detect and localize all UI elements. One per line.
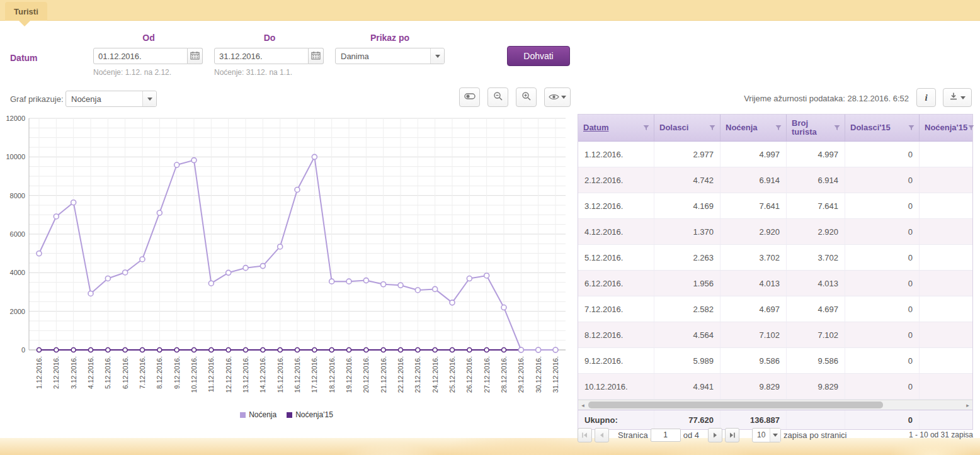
table-cell: 4.013 <box>786 271 845 296</box>
zoom-in-button[interactable] <box>516 87 537 107</box>
table-cell: 2.977 <box>654 142 720 167</box>
svg-text:9.12.2016.: 9.12.2016. <box>173 356 181 389</box>
table-cell: 1.12.2016. <box>578 142 654 167</box>
filter-icon[interactable] <box>775 124 782 132</box>
table-cell: 9.586 <box>720 348 786 373</box>
table-row[interactable]: 2.12.2016.4.7426.9146.9140 <box>578 167 972 193</box>
visibility-dropdown-button[interactable] <box>544 87 571 107</box>
table-cell <box>919 322 974 347</box>
od-hint: Noćenje: 1.12. na 2.12. <box>93 68 171 77</box>
date-from-input[interactable] <box>93 48 188 64</box>
svg-text:2.12.2016.: 2.12.2016. <box>52 356 60 389</box>
svg-text:4.12.2016.: 4.12.2016. <box>87 356 94 389</box>
table-row[interactable]: 6.12.2016.1.9564.0134.0130 <box>578 271 972 296</box>
table-cell: 3.12.2016. <box>578 193 654 218</box>
table-cell: 1.370 <box>654 219 720 244</box>
table-row[interactable]: 9.12.2016.5.9899.5869.5860 <box>578 348 972 374</box>
date-to-input[interactable] <box>214 48 309 64</box>
table-cell: 4.997 <box>786 142 845 167</box>
table-row[interactable]: 3.12.2016.4.1697.6417.6410 <box>578 193 972 219</box>
column-header-0[interactable]: Datum <box>578 115 654 141</box>
column-title: Dolasci <box>659 123 688 132</box>
legend-item-nocenja[interactable]: Noćenja <box>240 410 276 419</box>
table-cell: 1.956 <box>654 271 720 296</box>
table-row[interactable]: 10.12.2016.4.9419.8299.8290 <box>578 374 972 400</box>
table-cell: 0 <box>845 322 919 347</box>
table-cell: 7.102 <box>786 322 845 347</box>
table-row[interactable]: 4.12.2016.1.3702.9202.9200 <box>578 219 972 245</box>
table-cell: 2.920 <box>720 219 786 244</box>
prev-page-button[interactable] <box>595 428 609 442</box>
table-cell: 2.263 <box>654 245 720 270</box>
dohvati-button[interactable]: Dohvati <box>507 46 570 66</box>
filter-icon[interactable] <box>833 124 841 132</box>
graf-series-select[interactable]: Noćenja <box>66 91 157 107</box>
filter-icon[interactable] <box>642 124 650 132</box>
of-pages-label: od 4 <box>683 430 699 440</box>
first-page-button[interactable] <box>578 428 592 442</box>
page-size-select[interactable]: 10 <box>752 428 781 442</box>
scroll-left-icon[interactable]: ◂ <box>578 400 588 410</box>
table-cell: 7.641 <box>786 193 845 218</box>
toggle-markers-button[interactable] <box>459 87 480 107</box>
table-cell: 7.12.2016. <box>578 296 654 322</box>
filter-icon[interactable] <box>967 124 974 132</box>
line-chart[interactable]: 0200040006000800010000120001.12.2016.2.1… <box>1 115 572 413</box>
svg-text:28.12.2016.: 28.12.2016. <box>500 356 508 393</box>
data-table: DatumDolasciNoćenjaBroj turistaDolasci'1… <box>578 114 973 430</box>
svg-text:15.12.2016.: 15.12.2016. <box>276 356 284 393</box>
tab-turisti[interactable]: Turisti <box>5 2 47 21</box>
table-cell: 4.169 <box>654 193 720 218</box>
filter-icon[interactable] <box>709 124 716 132</box>
legend-label: Noćenja <box>249 410 276 419</box>
table-cell: 9.12.2016. <box>578 348 654 373</box>
zoom-out-button[interactable] <box>487 87 508 107</box>
svg-text:22.12.2016.: 22.12.2016. <box>397 356 404 393</box>
export-download-button[interactable] <box>943 88 972 107</box>
next-page-button[interactable] <box>708 428 722 442</box>
calendar-icon-button-to[interactable] <box>309 48 324 64</box>
table-row[interactable]: 7.12.2016.2.5824.6974.6970 <box>578 296 972 322</box>
table-row[interactable]: 1.12.2016.2.9774.9974.9970 <box>578 142 972 167</box>
legend-swatch-nocenja <box>240 412 246 418</box>
last-page-button[interactable] <box>725 428 739 442</box>
horizontal-scrollbar[interactable]: ◂ ▸ <box>578 400 972 410</box>
prikaz-po-select[interactable]: Danima <box>335 48 445 64</box>
table-cell <box>919 348 974 373</box>
table-row[interactable]: 8.12.2016.4.5647.1027.1020 <box>578 322 972 348</box>
table-cell: 4.742 <box>654 167 720 193</box>
table-cell <box>919 245 974 270</box>
svg-text:7.12.2016.: 7.12.2016. <box>139 356 146 389</box>
scrollbar-thumb[interactable] <box>588 402 883 408</box>
info-button[interactable]: i <box>916 88 936 107</box>
toggle-icon <box>464 92 476 103</box>
calendar-icon-button-from[interactable] <box>188 48 203 64</box>
page-number-input[interactable] <box>651 429 681 442</box>
table-cell: 0 <box>845 245 919 270</box>
chevron-down-icon <box>960 96 966 99</box>
column-title: Datum <box>583 123 608 132</box>
svg-text:10000: 10000 <box>6 153 25 160</box>
table-cell: 7.641 <box>720 193 786 218</box>
column-header-3[interactable]: Broj turista <box>786 115 845 141</box>
legend-item-nocenja15[interactable]: Noćenja'15 <box>287 410 333 419</box>
column-header-4[interactable]: Dolasci'15 <box>845 115 919 141</box>
svg-text:10.12.2016.: 10.12.2016. <box>190 356 198 393</box>
download-icon <box>949 92 958 103</box>
filter-icon[interactable] <box>908 124 915 132</box>
table-cell: 9.829 <box>720 374 786 399</box>
column-header-1[interactable]: Dolasci <box>654 115 720 141</box>
app-root: Turisti Datum Od Noćenje: 1.12. na 2.12.… <box>0 0 980 455</box>
table-cell <box>919 167 974 193</box>
svg-text:16.12.2016.: 16.12.2016. <box>293 356 301 393</box>
column-header-5[interactable]: Noćenja'15 <box>919 115 974 141</box>
svg-text:19.12.2016.: 19.12.2016. <box>345 356 353 393</box>
column-header-2[interactable]: Noćenja <box>720 115 786 141</box>
chart-legend: Noćenja Noćenja'15 <box>0 410 573 419</box>
table-row[interactable]: 5.12.2016.2.2633.7023.7020 <box>578 245 972 271</box>
table-cell: 4.12.2016. <box>578 219 654 244</box>
svg-text:27.12.2016.: 27.12.2016. <box>483 356 491 393</box>
scroll-right-icon[interactable]: ▸ <box>963 400 972 410</box>
table-header-row: DatumDolasciNoćenjaBroj turistaDolasci'1… <box>578 115 972 142</box>
svg-text:17.12.2016.: 17.12.2016. <box>311 356 318 393</box>
